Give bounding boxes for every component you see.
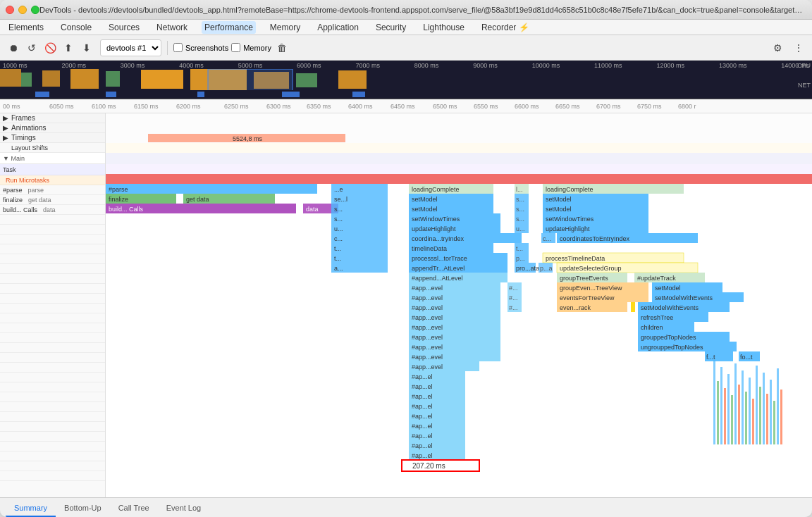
svg-text:#ap...el: #ap...el — [412, 432, 433, 440]
svg-rect-182 — [713, 360, 715, 444]
menu-sources[interactable]: Sources — [106, 21, 142, 34]
separator-1 — [167, 41, 168, 55]
empty-row-16 — [0, 363, 105, 373]
tab-call-tree[interactable]: Call Tree — [110, 500, 158, 517]
minimize-button[interactable] — [18, 6, 27, 14]
svg-text:setModelWithEvents: setModelWithEvents — [655, 294, 713, 301]
cpu-label: CPU — [797, 62, 811, 69]
svg-text:#ap...el: #ap...el — [412, 423, 433, 430]
screenshots-checkbox-group[interactable]: Screenshots — [173, 43, 228, 52]
ruler-tick-6650: 6650 ms — [555, 103, 580, 110]
svg-text:setWindowTimes: setWindowTimes — [412, 216, 460, 223]
memory-checkbox-group[interactable]: Memory — [231, 43, 271, 52]
ruler-tick-6200: 6200 ms — [176, 103, 201, 110]
empty-row-4 — [0, 244, 105, 254]
frames-arrow[interactable]: ▶ — [3, 114, 8, 122]
svg-rect-193 — [752, 399, 754, 444]
svg-rect-9 — [338, 70, 367, 89]
frames-text: Frames — [11, 114, 35, 122]
svg-rect-185 — [724, 388, 726, 444]
svg-text:u...: u... — [334, 225, 343, 232]
empty-row-9 — [0, 294, 105, 304]
menu-memory[interactable]: Memory — [267, 21, 303, 34]
empty-row-19 — [0, 392, 105, 402]
svg-text:ungrouppedTopNodes: ungrouppedTopNodes — [641, 344, 703, 351]
menu-console[interactable]: Console — [58, 21, 94, 34]
svg-text:#app...evel: #app...evel — [412, 363, 443, 370]
menu-recorder[interactable]: Recorder ⚡ — [479, 21, 532, 34]
svg-text:setModelWithEvents: setModelWithEvents — [641, 304, 699, 311]
svg-rect-26 — [106, 184, 317, 194]
timings-arrow[interactable]: ▶ — [3, 134, 8, 142]
menu-lighthouse[interactable]: Lighthouse — [420, 21, 467, 34]
svg-text:coordinatesToEntryIndex: coordinatesToEntryIndex — [560, 235, 630, 242]
svg-rect-195 — [759, 387, 761, 444]
ruler-tick-6700: 6700 ms — [596, 103, 621, 110]
menu-application[interactable]: Application — [314, 21, 362, 34]
svg-text:#app...evel: #app...evel — [412, 334, 443, 341]
svg-text:t...: t... — [516, 245, 523, 252]
tab-bottom-up[interactable]: Bottom-Up — [56, 500, 110, 517]
maximize-button[interactable] — [31, 6, 39, 14]
reload-button[interactable]: ↺ — [24, 40, 39, 56]
devtools-window: DevTools - devtools://devtools/bundled/d… — [0, 0, 812, 517]
tab-summary[interactable]: Summary — [6, 500, 56, 517]
svg-text:build... Calls: build... Calls — [109, 206, 144, 213]
settings-button[interactable]: ⚙ — [770, 40, 785, 56]
empty-row-2 — [0, 225, 105, 235]
time-marker-8000: 8000 ms — [414, 62, 439, 69]
time-marker-1000: 1000 ms — [3, 62, 27, 69]
empty-row-20 — [0, 402, 105, 412]
menu-performance[interactable]: Performance — [202, 21, 256, 34]
svg-rect-192 — [749, 378, 751, 444]
record-button[interactable]: ⏺ — [6, 40, 21, 56]
svg-rect-22 — [106, 143, 812, 153]
svg-rect-186 — [727, 374, 730, 444]
tab-event-log[interactable]: Event Log — [158, 500, 210, 517]
svg-rect-198 — [770, 380, 772, 444]
ruler-tick-6500: 6500 ms — [433, 103, 457, 110]
empty-row-5 — [0, 254, 105, 264]
svg-text:loadingComplete: loadingComplete — [412, 186, 460, 193]
svg-text:s...: s... — [516, 196, 524, 203]
tab-summary-label: Summary — [14, 504, 47, 512]
close-button[interactable] — [6, 6, 14, 14]
ruler-tick-6050: 6050 ms — [49, 103, 74, 110]
screenshots-label: Screenshots — [185, 44, 228, 52]
svg-rect-16 — [352, 92, 365, 97]
empty-row-24 — [0, 442, 105, 451]
svg-rect-8 — [296, 73, 317, 87]
build-calls-text: build... Calls — [3, 206, 37, 213]
menu-security[interactable]: Security — [373, 21, 409, 34]
clear-button[interactable]: 🚫 — [42, 40, 58, 56]
menu-network[interactable]: Network — [154, 21, 190, 34]
menu-elements[interactable]: Elements — [6, 21, 47, 34]
layout-shifts-label: Layout Shifts — [0, 143, 105, 153]
ruler-tick-6750: 6750 ms — [637, 103, 662, 110]
svg-rect-197 — [766, 394, 768, 444]
animations-arrow[interactable]: ▶ — [3, 124, 8, 132]
svg-rect-191 — [745, 392, 747, 444]
upload-button[interactable]: ⬆ — [61, 40, 76, 56]
svg-rect-0 — [0, 69, 21, 87]
finalize-sublabel: get data — [28, 197, 51, 204]
timings-label: ▶ Timings — [0, 133, 105, 143]
time-marker-9000: 9000 ms — [473, 62, 498, 69]
svg-rect-12 — [35, 92, 49, 97]
svg-text:se...l: se...l — [334, 196, 347, 203]
target-select[interactable]: devtools #1 — [100, 39, 161, 56]
svg-text:t...: t... — [334, 245, 341, 252]
svg-rect-5 — [141, 70, 183, 89]
timeline-overview[interactable]: 1000 ms 2000 ms 3000 ms 4000 ms 5000 ms … — [0, 61, 812, 99]
download-button[interactable]: ⬇ — [79, 40, 94, 56]
more-button[interactable]: ⋮ — [791, 40, 806, 56]
svg-text:#ap...el: #ap...el — [412, 413, 433, 420]
flame-canvas[interactable]: 5524,8 ms #parse ...e — [106, 113, 812, 497]
task-header-text: Task — [3, 166, 16, 173]
screenshots-checkbox[interactable] — [173, 43, 183, 52]
empty-row-10 — [0, 304, 105, 313]
memory-checkbox[interactable] — [231, 43, 240, 52]
trash-button[interactable]: 🗑 — [274, 40, 290, 56]
ruler-tick-6450: 6450 ms — [390, 103, 415, 110]
svg-text:c...: c... — [334, 235, 343, 242]
